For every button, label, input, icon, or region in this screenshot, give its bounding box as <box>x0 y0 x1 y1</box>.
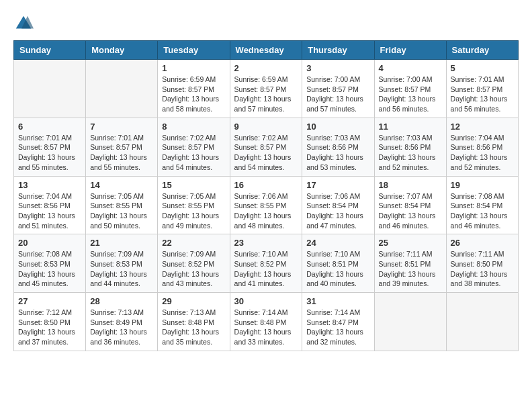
day-info: Sunrise: 7:00 AM Sunset: 8:57 PM Dayligh… <box>379 75 442 114</box>
calendar-week-row: 20 Sunrise: 7:08 AM Sunset: 8:53 PM Dayl… <box>14 234 519 293</box>
calendar-cell: 9 Sunrise: 7:02 AM Sunset: 8:57 PM Dayli… <box>230 118 302 176</box>
day-number: 18 <box>379 180 442 190</box>
day-number: 19 <box>451 180 514 190</box>
weekday-header-saturday: Saturday <box>446 41 518 60</box>
day-info: Sunrise: 7:05 AM Sunset: 8:55 PM Dayligh… <box>162 191 225 231</box>
day-number: 3 <box>306 63 369 73</box>
calendar-cell: 31 Sunrise: 7:14 AM Sunset: 8:47 PM Dayl… <box>302 293 374 351</box>
weekday-header-row: SundayMondayTuesdayWednesdayThursdayFrid… <box>14 41 519 60</box>
day-number: 12 <box>451 122 514 132</box>
day-info: Sunrise: 7:10 AM Sunset: 8:51 PM Dayligh… <box>306 249 369 289</box>
day-number: 7 <box>90 122 153 132</box>
calendar-cell: 12 Sunrise: 7:04 AM Sunset: 8:56 PM Dayl… <box>446 118 518 176</box>
day-info: Sunrise: 7:09 AM Sunset: 8:52 PM Dayligh… <box>162 249 225 289</box>
calendar-cell: 19 Sunrise: 7:08 AM Sunset: 8:54 PM Dayl… <box>446 176 518 234</box>
day-info: Sunrise: 6:59 AM Sunset: 8:57 PM Dayligh… <box>162 75 225 114</box>
day-number: 11 <box>379 122 442 132</box>
day-info: Sunrise: 7:03 AM Sunset: 8:56 PM Dayligh… <box>306 133 369 173</box>
calendar-cell: 23 Sunrise: 7:10 AM Sunset: 8:52 PM Dayl… <box>230 234 302 293</box>
calendar-cell: 2 Sunrise: 6:59 AM Sunset: 8:57 PM Dayli… <box>230 60 302 118</box>
calendar-cell: 26 Sunrise: 7:11 AM Sunset: 8:50 PM Dayl… <box>446 234 518 293</box>
day-number: 28 <box>90 296 153 306</box>
calendar-cell <box>446 293 518 351</box>
day-info: Sunrise: 7:14 AM Sunset: 8:47 PM Dayligh… <box>306 308 369 347</box>
calendar-cell: 24 Sunrise: 7:10 AM Sunset: 8:51 PM Dayl… <box>302 234 374 293</box>
day-info: Sunrise: 7:04 AM Sunset: 8:56 PM Dayligh… <box>451 133 514 173</box>
day-number: 4 <box>379 63 442 73</box>
day-info: Sunrise: 7:14 AM Sunset: 8:48 PM Dayligh… <box>234 308 298 347</box>
day-info: Sunrise: 7:06 AM Sunset: 8:54 PM Dayligh… <box>306 191 369 231</box>
day-info: Sunrise: 7:02 AM Sunset: 8:57 PM Dayligh… <box>162 133 225 173</box>
page-header <box>13 13 519 34</box>
calendar-cell: 13 Sunrise: 7:04 AM Sunset: 8:56 PM Dayl… <box>14 176 86 234</box>
calendar-cell: 8 Sunrise: 7:02 AM Sunset: 8:57 PM Dayli… <box>158 118 230 176</box>
calendar-cell <box>86 60 158 118</box>
calendar-cell: 1 Sunrise: 6:59 AM Sunset: 8:57 PM Dayli… <box>158 60 230 118</box>
calendar-table: SundayMondayTuesdayWednesdayThursdayFrid… <box>13 40 519 351</box>
day-info: Sunrise: 7:05 AM Sunset: 8:55 PM Dayligh… <box>90 191 153 231</box>
calendar-cell: 20 Sunrise: 7:08 AM Sunset: 8:53 PM Dayl… <box>14 234 86 293</box>
day-info: Sunrise: 7:12 AM Sunset: 8:50 PM Dayligh… <box>18 308 81 347</box>
calendar-cell: 27 Sunrise: 7:12 AM Sunset: 8:50 PM Dayl… <box>14 293 86 351</box>
logo <box>13 13 36 34</box>
day-info: Sunrise: 7:11 AM Sunset: 8:51 PM Dayligh… <box>379 249 442 289</box>
day-info: Sunrise: 7:01 AM Sunset: 8:57 PM Dayligh… <box>18 133 81 173</box>
day-number: 6 <box>18 122 81 132</box>
day-number: 13 <box>18 180 81 190</box>
day-info: Sunrise: 7:01 AM Sunset: 8:57 PM Dayligh… <box>90 133 153 173</box>
day-number: 26 <box>451 238 514 248</box>
calendar-cell: 15 Sunrise: 7:05 AM Sunset: 8:55 PM Dayl… <box>158 176 230 234</box>
day-number: 15 <box>162 180 225 190</box>
day-number: 24 <box>306 238 369 248</box>
calendar-cell: 29 Sunrise: 7:13 AM Sunset: 8:48 PM Dayl… <box>158 293 230 351</box>
day-number: 23 <box>234 238 298 248</box>
calendar-cell: 25 Sunrise: 7:11 AM Sunset: 8:51 PM Dayl… <box>374 234 446 293</box>
day-number: 16 <box>234 180 298 190</box>
calendar-cell: 7 Sunrise: 7:01 AM Sunset: 8:57 PM Dayli… <box>86 118 158 176</box>
calendar-cell <box>374 293 446 351</box>
calendar-cell: 3 Sunrise: 7:00 AM Sunset: 8:57 PM Dayli… <box>302 60 374 118</box>
day-info: Sunrise: 7:13 AM Sunset: 8:48 PM Dayligh… <box>162 308 225 347</box>
day-info: Sunrise: 7:09 AM Sunset: 8:53 PM Dayligh… <box>90 249 153 289</box>
calendar-week-row: 1 Sunrise: 6:59 AM Sunset: 8:57 PM Dayli… <box>14 60 519 118</box>
calendar-cell: 14 Sunrise: 7:05 AM Sunset: 8:55 PM Dayl… <box>86 176 158 234</box>
day-number: 20 <box>18 238 81 248</box>
day-number: 14 <box>90 180 153 190</box>
day-info: Sunrise: 7:13 AM Sunset: 8:49 PM Dayligh… <box>90 308 153 347</box>
weekday-header-thursday: Thursday <box>302 41 374 60</box>
calendar-cell: 5 Sunrise: 7:01 AM Sunset: 8:57 PM Dayli… <box>446 60 518 118</box>
day-info: Sunrise: 7:03 AM Sunset: 8:56 PM Dayligh… <box>379 133 442 173</box>
day-info: Sunrise: 7:04 AM Sunset: 8:56 PM Dayligh… <box>18 191 81 231</box>
day-info: Sunrise: 7:01 AM Sunset: 8:57 PM Dayligh… <box>451 75 514 114</box>
calendar-cell: 18 Sunrise: 7:07 AM Sunset: 8:54 PM Dayl… <box>374 176 446 234</box>
calendar-cell: 28 Sunrise: 7:13 AM Sunset: 8:49 PM Dayl… <box>86 293 158 351</box>
day-number: 21 <box>90 238 153 248</box>
calendar-cell: 11 Sunrise: 7:03 AM Sunset: 8:56 PM Dayl… <box>374 118 446 176</box>
day-info: Sunrise: 7:06 AM Sunset: 8:55 PM Dayligh… <box>234 191 298 231</box>
day-number: 22 <box>162 238 225 248</box>
calendar-week-row: 13 Sunrise: 7:04 AM Sunset: 8:56 PM Dayl… <box>14 176 519 234</box>
calendar-cell: 10 Sunrise: 7:03 AM Sunset: 8:56 PM Dayl… <box>302 118 374 176</box>
calendar-cell: 4 Sunrise: 7:00 AM Sunset: 8:57 PM Dayli… <box>374 60 446 118</box>
weekday-header-sunday: Sunday <box>14 41 86 60</box>
calendar-week-row: 6 Sunrise: 7:01 AM Sunset: 8:57 PM Dayli… <box>14 118 519 176</box>
day-number: 9 <box>234 122 298 132</box>
day-info: Sunrise: 7:00 AM Sunset: 8:57 PM Dayligh… <box>306 75 369 114</box>
day-number: 27 <box>18 296 81 306</box>
day-number: 17 <box>306 180 369 190</box>
calendar-cell: 30 Sunrise: 7:14 AM Sunset: 8:48 PM Dayl… <box>230 293 302 351</box>
day-info: Sunrise: 7:02 AM Sunset: 8:57 PM Dayligh… <box>234 133 298 173</box>
day-info: Sunrise: 7:10 AM Sunset: 8:52 PM Dayligh… <box>234 249 298 289</box>
calendar-cell: 17 Sunrise: 7:06 AM Sunset: 8:54 PM Dayl… <box>302 176 374 234</box>
day-number: 8 <box>162 122 225 132</box>
day-number: 25 <box>379 238 442 248</box>
day-number: 2 <box>234 63 298 73</box>
day-info: Sunrise: 7:11 AM Sunset: 8:50 PM Dayligh… <box>451 249 514 289</box>
calendar-cell <box>14 60 86 118</box>
day-number: 10 <box>306 122 369 132</box>
day-info: Sunrise: 7:07 AM Sunset: 8:54 PM Dayligh… <box>379 191 442 231</box>
day-number: 29 <box>162 296 225 306</box>
logo-icon <box>13 13 34 34</box>
day-info: Sunrise: 6:59 AM Sunset: 8:57 PM Dayligh… <box>234 75 298 114</box>
calendar-week-row: 27 Sunrise: 7:12 AM Sunset: 8:50 PM Dayl… <box>14 293 519 351</box>
